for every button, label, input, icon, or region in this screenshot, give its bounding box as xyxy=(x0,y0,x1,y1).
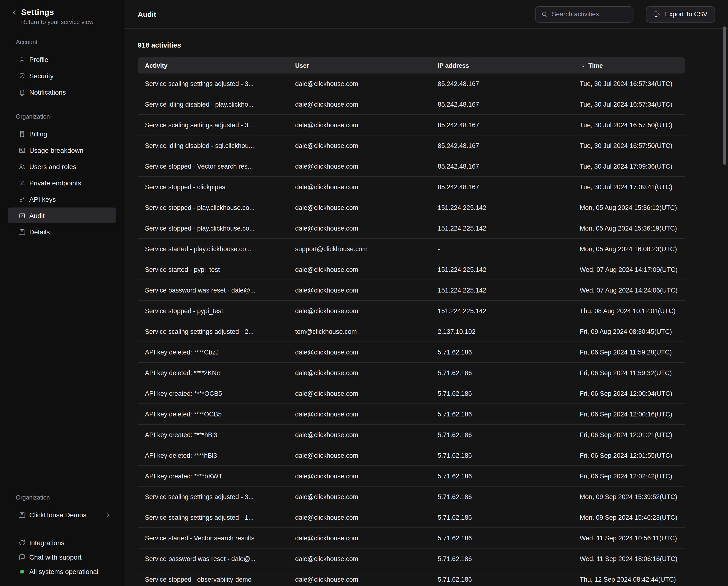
user-cell: dale@clickhouse.com xyxy=(288,204,431,211)
table-row[interactable]: Service started - pypi_test dale@clickho… xyxy=(138,260,685,280)
ip-cell: 5.71.62.186 xyxy=(431,534,573,542)
activity-cell: Service idling disabled - sql.clickhou..… xyxy=(138,142,288,149)
sidebar-item-usage-breakdown[interactable]: Usage breakdown xyxy=(8,142,116,158)
table-row[interactable]: Service started - Vector search results … xyxy=(138,528,685,548)
page-title: Audit xyxy=(138,10,156,18)
table-row[interactable]: Service idling disabled - play.clickho..… xyxy=(138,94,685,115)
arrow-down-icon xyxy=(580,62,586,69)
sidebar-item-users-and-roles[interactable]: Users and roles xyxy=(8,158,116,174)
table-row[interactable]: Service scaling settings adjusted - 3...… xyxy=(138,115,685,136)
table-row[interactable]: API key deleted: ****2KNc dale@clickhous… xyxy=(138,363,685,383)
users-icon xyxy=(18,163,26,170)
table-row[interactable]: Service started - play.clickhouse.co... … xyxy=(138,239,685,260)
time-cell: Tue, 30 Jul 2024 16:57:50(UTC) xyxy=(573,142,685,149)
search-input[interactable] xyxy=(552,10,627,18)
ip-cell: 5.71.62.186 xyxy=(431,576,573,583)
sidebar-item-private-endpoints[interactable]: Private endpoints xyxy=(8,175,116,191)
sidebar-item-profile[interactable]: Profile xyxy=(8,51,116,67)
ip-cell: 5.71.62.186 xyxy=(431,452,573,459)
time-cell: Wed, 11 Sep 2024 18:06:16(UTC) xyxy=(573,555,685,562)
sidebar-item-chat-support[interactable]: Chat with support xyxy=(0,550,124,564)
column-header-time[interactable]: Time xyxy=(573,62,685,69)
user-cell: dale@clickhouse.com xyxy=(288,452,431,459)
user-cell: support@clickhouse.com xyxy=(288,245,431,252)
ip-cell: 5.71.62.186 xyxy=(431,472,573,480)
user-cell: dale@clickhouse.com xyxy=(288,369,431,376)
ip-cell: 151.224.225.142 xyxy=(431,224,573,232)
table-row[interactable]: Service stopped - play.clickhouse.co... … xyxy=(138,218,685,239)
org-name: ClickHouse Demos xyxy=(29,511,86,518)
table-row[interactable]: Service stopped - pypi_test dale@clickho… xyxy=(138,301,685,321)
private-endpoints-icon xyxy=(18,179,26,187)
ip-cell: 5.71.62.186 xyxy=(431,431,573,438)
sidebar-item-details[interactable]: Details xyxy=(8,224,116,240)
table-row[interactable]: Service scaling settings adjusted - 2...… xyxy=(138,321,685,342)
sidebar-item-label: Billing xyxy=(29,130,47,138)
sidebar-item-label: Private endpoints xyxy=(29,179,81,187)
user-cell: dale@clickhouse.com xyxy=(288,80,431,87)
chevron-left-icon[interactable] xyxy=(11,9,18,16)
activity-cell: Service started - pypi_test xyxy=(138,266,288,273)
export-csv-button[interactable]: Export To CSV xyxy=(646,6,715,22)
activity-cell: API key deleted: ****OCB5 xyxy=(138,411,288,418)
activity-cell: Service scaling settings adjusted - 2... xyxy=(138,328,288,335)
vertical-scrollbar[interactable] xyxy=(723,26,726,165)
user-cell: dale@clickhouse.com xyxy=(288,555,431,562)
export-icon xyxy=(653,10,660,18)
table-row[interactable]: Service stopped - play.clickhouse.co... … xyxy=(138,197,685,218)
column-header-ip[interactable]: IP address xyxy=(431,62,573,69)
time-cell: Thu, 12 Sep 2024 08:42:44(UTC) xyxy=(573,576,685,583)
time-cell: Tue, 30 Jul 2024 17:09:41(UTC) xyxy=(573,183,685,191)
table-row[interactable]: API key deleted: ****hBl3 dale@clickhous… xyxy=(138,445,685,466)
building-icon xyxy=(18,511,26,518)
sidebar-item-label: Notifications xyxy=(29,88,66,96)
status-dot xyxy=(18,568,26,576)
ip-cell: - xyxy=(431,245,573,252)
activity-cell: API key created: ****bXWT xyxy=(138,472,288,480)
table-row[interactable]: API key deleted: ****OCB5 dale@clickhous… xyxy=(138,404,685,424)
activity-cell: API key deleted: ****CbzJ xyxy=(138,348,288,356)
sidebar-item-api-keys[interactable]: API keys xyxy=(8,191,116,207)
activity-cell: Service stopped - clickpipes xyxy=(138,183,288,191)
user-cell: dale@clickhouse.com xyxy=(288,142,431,149)
ip-cell: 151.224.225.142 xyxy=(431,287,573,294)
table-row[interactable]: API key created: ****bXWT dale@clickhous… xyxy=(138,466,685,487)
sidebar-subtitle[interactable]: Return to your service view xyxy=(21,19,116,25)
table-row[interactable]: Service stopped - observability-demo dal… xyxy=(138,569,685,586)
time-cell: Mon, 05 Aug 2024 16:08:23(UTC) xyxy=(573,245,685,252)
time-cell: Thu, 08 Aug 2024 10:12:01(UTC) xyxy=(573,307,685,314)
table-row[interactable]: Service stopped - Vector search res... d… xyxy=(138,156,685,177)
table-row[interactable]: API key created: ****hBl3 dale@clickhous… xyxy=(138,424,685,445)
sidebar-item-label: Usage breakdown xyxy=(29,146,83,154)
sidebar-item-billing[interactable]: Billing xyxy=(8,126,116,142)
sidebar-item-notifications[interactable]: Notifications xyxy=(8,84,116,100)
ip-cell: 5.71.62.186 xyxy=(431,493,573,500)
ip-cell: 85.242.48.167 xyxy=(431,101,573,108)
table-row[interactable]: Service password was reset - dale@... da… xyxy=(138,548,685,569)
sidebar-bottom: Organization ClickHouse Demos Integratio… xyxy=(0,494,124,586)
sidebar-header: Settings Return to your service view xyxy=(0,0,124,25)
table-row[interactable]: Service password was reset - dale@... da… xyxy=(138,280,685,301)
column-header-user[interactable]: User xyxy=(288,62,431,69)
table-row[interactable]: Service scaling settings adjusted - 1...… xyxy=(138,507,685,528)
user-cell: dale@clickhouse.com xyxy=(288,534,431,542)
table-row[interactable]: Service idling disabled - sql.clickhou..… xyxy=(138,136,685,156)
column-header-activity[interactable]: Activity xyxy=(138,62,288,69)
org-switcher[interactable]: ClickHouse Demos xyxy=(8,507,116,522)
table-row[interactable]: Service scaling settings adjusted - 3...… xyxy=(138,487,685,507)
table-row[interactable]: API key deleted: ****CbzJ dale@clickhous… xyxy=(138,342,685,363)
table-row[interactable]: Service stopped - clickpipes dale@clickh… xyxy=(138,177,685,197)
user-cell: dale@clickhouse.com xyxy=(288,348,431,356)
ip-cell: 151.224.225.142 xyxy=(431,307,573,314)
time-cell: Fri, 06 Sep 2024 12:01:55(UTC) xyxy=(573,452,685,459)
sidebar-item-audit[interactable]: Audit xyxy=(8,207,116,223)
sidebar-item-integrations[interactable]: Integrations xyxy=(0,536,124,550)
sidebar-item-security[interactable]: Security xyxy=(8,68,116,83)
search-box[interactable] xyxy=(535,6,633,22)
table-row[interactable]: API key created: ****OCB5 dale@clickhous… xyxy=(138,383,685,404)
table-row[interactable]: Service scaling settings adjusted - 3...… xyxy=(138,73,685,94)
time-cell: Tue, 30 Jul 2024 16:57:34(UTC) xyxy=(573,101,685,108)
billing-icon xyxy=(18,130,26,138)
system-status[interactable]: All systems operational xyxy=(0,564,124,579)
time-cell: Mon, 09 Sep 2024 15:39:52(UTC) xyxy=(573,493,685,500)
